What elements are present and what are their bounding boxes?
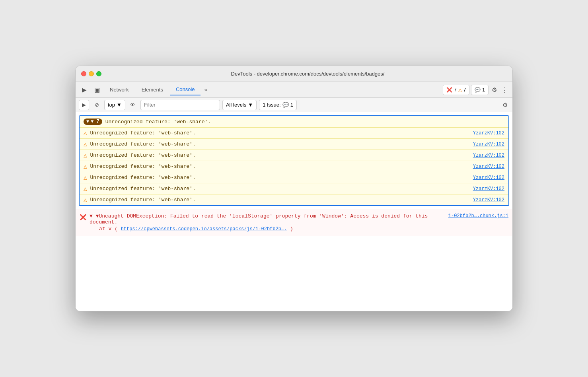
clear-console-icon[interactable]: ⊘ <box>92 100 102 110</box>
warn-row-3: △ Unrecognized feature: 'web-share'. Yza… <box>80 161 508 172</box>
warn-link-1[interactable]: YzarzKV:102 <box>473 142 504 147</box>
error-x-icon: ❌ <box>80 214 86 221</box>
warn-link-5[interactable]: YzarzKV:102 <box>473 186 504 192</box>
menu-icon[interactable]: ⋮ <box>500 85 509 95</box>
warn-triangle-icon-4: △ <box>84 174 87 181</box>
warn-link-0[interactable]: YzarzKV:102 <box>473 130 504 136</box>
console-output: ▼ ▼ 7 Unrecognized feature: 'web-share'.… <box>76 112 512 311</box>
warn-triangle-icon-2: △ <box>84 152 87 159</box>
console-settings-icon[interactable]: ⚙ <box>501 100 509 110</box>
tab-elements[interactable]: Elements <box>136 84 169 95</box>
warn-text-4: Unrecognized feature: 'web-share'. <box>90 175 195 181</box>
error-main-text: ▼ ▼Uncaught DOMException: Failed to read… <box>90 213 448 225</box>
warn-row-0: △ Unrecognized feature: 'web-share'. Yza… <box>80 127 508 138</box>
warn-triangle-icon: △ <box>458 87 462 93</box>
warn-text-0: Unrecognized feature: 'web-share'. <box>90 130 195 136</box>
message-icon: 💬 <box>475 87 481 93</box>
warn-group: ▼ ▼ 7 Unrecognized feature: 'web-share'.… <box>79 115 509 206</box>
warn-link-2[interactable]: YzarzKV:102 <box>473 153 504 158</box>
issues-msg-icon: 💬 <box>282 102 289 108</box>
error-stack: at v ( https://cpwebassets.codepen.io/as… <box>90 225 508 232</box>
warn-row-5: △ Unrecognized feature: 'web-share'. Yza… <box>80 183 508 194</box>
cursor-icon[interactable]: ▶ <box>79 84 90 95</box>
console-toolbar: ▶ ⊘ top ▼ 👁 All levels ▼ 1 Issue: 💬 1 ⚙ <box>76 98 512 112</box>
warn-text-1: Unrecognized feature: 'web-share'. <box>90 141 195 147</box>
tab-network[interactable]: Network <box>104 84 134 95</box>
warn-text-2: Unrecognized feature: 'web-share'. <box>90 152 195 158</box>
context-label: top <box>108 102 115 108</box>
devtools-window: DevTools - developer.chrome.com/docs/dev… <box>75 66 513 311</box>
msg-count: 1 <box>482 87 485 93</box>
maximize-button[interactable] <box>96 71 101 76</box>
warn-triangle-icon-5: △ <box>84 185 87 192</box>
error-row-main: ❌ ▼ ▼Uncaught DOMException: Failed to re… <box>80 212 508 233</box>
warn-badge-number: ▼ 7 <box>91 119 99 124</box>
error-group: ❌ ▼ ▼Uncaught DOMException: Failed to re… <box>76 209 512 236</box>
warn-text-3: Unrecognized feature: 'web-share'. <box>90 163 195 169</box>
warn-triangle-icon-3: △ <box>84 163 87 170</box>
message-badge[interactable]: 💬 1 <box>471 85 489 95</box>
issues-button[interactable]: 1 Issue: 💬 1 <box>259 100 297 110</box>
error-badge[interactable]: ❌ 7 △ 7 <box>443 85 469 95</box>
warn-triangle-icon-1: △ <box>84 141 87 148</box>
warn-group-header[interactable]: ▼ ▼ 7 Unrecognized feature: 'web-share'. <box>80 116 508 127</box>
levels-selector[interactable]: All levels ▼ <box>222 100 257 110</box>
context-selector[interactable]: top ▼ <box>104 100 125 110</box>
more-tabs[interactable]: » <box>202 85 210 94</box>
down-arrow-icon: ▼ <box>86 119 89 124</box>
warn-row-1: △ Unrecognized feature: 'web-share'. Yza… <box>80 138 508 150</box>
titlebar: DevTools - developer.chrome.com/docs/dev… <box>76 66 512 82</box>
warn-triangle-icon-0: △ <box>84 130 87 136</box>
error-count: 7 <box>454 87 457 93</box>
warn-text-6: Unrecognized feature: 'web-share'. <box>90 197 195 203</box>
eye-icon[interactable]: 👁 <box>128 100 138 110</box>
warn-triangle-icon-6: △ <box>84 196 87 203</box>
warn-link-3[interactable]: YzarzKV:102 <box>473 164 504 169</box>
warn-header-text: Unrecognized feature: 'web-share'. <box>105 119 211 125</box>
warn-count-badge: ▼ ▼ 7 <box>84 119 102 125</box>
error-link[interactable]: 1-02bfb2b….chunk.js:1 <box>448 213 508 219</box>
warn-count: 7 <box>463 87 466 93</box>
warn-text-5: Unrecognized feature: 'web-share'. <box>90 186 195 192</box>
levels-label: All levels <box>226 102 246 108</box>
minimize-button[interactable] <box>89 71 94 76</box>
warn-row-4: △ Unrecognized feature: 'web-share'. Yza… <box>80 172 508 183</box>
warn-link-6[interactable]: YzarzKV:102 <box>473 197 504 203</box>
issues-count: 1 <box>290 102 293 108</box>
filter-input[interactable] <box>140 100 220 110</box>
stack-at-text: at v ( <box>99 226 118 232</box>
settings-icon[interactable]: ⚙ <box>490 85 498 95</box>
warn-row-6: △ Unrecognized feature: 'web-share'. Yza… <box>80 194 508 205</box>
sidebar-toggle[interactable]: ▶ <box>79 100 89 110</box>
dropdown-arrow-icon: ▼ <box>117 102 122 108</box>
error-x-icon: ❌ <box>446 87 452 93</box>
traffic-lights <box>81 71 101 76</box>
window-title: DevTools - developer.chrome.com/docs/dev… <box>109 71 507 77</box>
close-button[interactable] <box>81 71 86 76</box>
issues-label: 1 Issue: <box>263 102 281 108</box>
stack-end: ) <box>290 226 293 232</box>
warn-link-4[interactable]: YzarzKV:102 <box>473 175 504 181</box>
devtools-tabbar: ▶ ▣ Network Elements Console » ❌ 7 △ 7 💬… <box>76 82 512 98</box>
inspect-icon[interactable]: ▣ <box>92 84 103 95</box>
warn-row-2: △ Unrecognized feature: 'web-share'. Yza… <box>80 150 508 161</box>
levels-arrow-icon: ▼ <box>248 102 253 108</box>
error-stack-link[interactable]: https://cpwebassets.codepen.io/assets/pa… <box>121 226 287 232</box>
tab-console[interactable]: Console <box>170 84 201 95</box>
expand-triangle-icon: ▼ <box>90 213 93 219</box>
